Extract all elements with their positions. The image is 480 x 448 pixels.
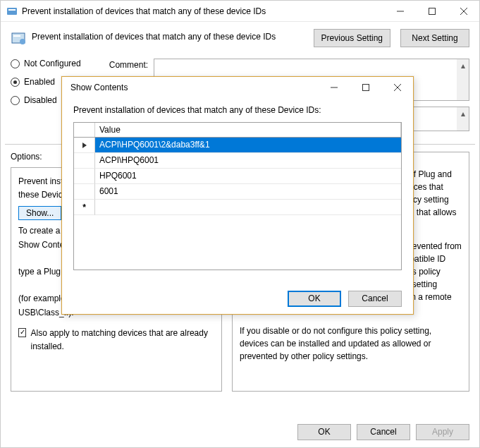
maximize-button[interactable] bbox=[416, 1, 448, 22]
value-grid[interactable]: Value ACPI\HPQ6001\2&daba3ff&1 ACPI\HPQ6… bbox=[73, 122, 402, 270]
dialog-close-button[interactable] bbox=[381, 77, 413, 98]
grid-row[interactable]: HPQ6001 bbox=[74, 169, 401, 184]
show-button[interactable]: Show... bbox=[18, 206, 61, 220]
radio-label: Disabled bbox=[24, 95, 57, 105]
policy-icon bbox=[11, 30, 26, 46]
cancel-button[interactable]: Cancel bbox=[357, 424, 410, 440]
dialog-prompt: Prevent installation of devices that mat… bbox=[73, 105, 402, 115]
grid-new-row[interactable]: * bbox=[74, 200, 401, 215]
show-contents-dialog: Show Contents Prevent installation of de… bbox=[61, 76, 414, 315]
radio-not-configured[interactable]: Not Configured bbox=[11, 59, 81, 68]
ok-button[interactable]: OK bbox=[297, 424, 351, 440]
row-header bbox=[74, 184, 95, 200]
main-titlebar: Prevent installation of devices that mat… bbox=[1, 1, 479, 22]
grid-row[interactable]: ACPI\HPQ6001\2&daba3ff&1 bbox=[74, 138, 401, 153]
radio-icon bbox=[11, 78, 20, 87]
next-setting-button[interactable]: Next Setting bbox=[400, 29, 469, 47]
grid-header-row: Value bbox=[74, 123, 401, 138]
close-button[interactable] bbox=[448, 1, 479, 22]
dialog-minimize-button[interactable] bbox=[318, 77, 350, 98]
dialog-ok-button[interactable]: OK bbox=[288, 291, 341, 307]
dialog-titlebar: Show Contents bbox=[62, 77, 413, 98]
previous-setting-button[interactable]: Previous Setting bbox=[314, 29, 390, 47]
radio-icon bbox=[11, 96, 20, 105]
value-column-header[interactable]: Value bbox=[95, 123, 401, 137]
dialog-body: Prevent installation of devices that mat… bbox=[62, 98, 413, 274]
minimize-button[interactable] bbox=[384, 1, 416, 22]
apply-button: Apply bbox=[416, 424, 469, 440]
scroll-up-icon[interactable]: ▴ bbox=[457, 59, 469, 71]
value-cell[interactable]: 6001 bbox=[95, 184, 401, 200]
svg-rect-10 bbox=[362, 85, 369, 91]
dialog-maximize-button[interactable] bbox=[350, 77, 381, 98]
radio-label: Enabled bbox=[24, 77, 55, 87]
svg-rect-1 bbox=[8, 9, 16, 11]
svg-point-8 bbox=[20, 39, 25, 44]
radio-label: Not Configured bbox=[24, 59, 81, 68]
svg-rect-3 bbox=[429, 8, 435, 14]
help-text: If you disable or do not configure this … bbox=[240, 325, 462, 363]
svg-rect-0 bbox=[7, 8, 17, 15]
row-indicator-current-icon bbox=[74, 138, 95, 153]
dialog-cancel-button[interactable]: Cancel bbox=[348, 291, 402, 307]
svg-marker-13 bbox=[82, 143, 87, 148]
row-header bbox=[74, 169, 95, 184]
grid-corner bbox=[74, 123, 95, 137]
grid-row[interactable]: ACPI\HPQ6001 bbox=[74, 153, 401, 169]
app-icon bbox=[6, 6, 18, 17]
main-footer: OK Cancel Apply bbox=[297, 424, 469, 440]
dialog-footer: OK Cancel bbox=[288, 291, 402, 307]
scrollbar[interactable]: ▴ bbox=[457, 59, 469, 100]
value-cell[interactable]: ACPI\HPQ6001\2&daba3ff&1 bbox=[95, 138, 401, 153]
value-cell-empty[interactable] bbox=[95, 200, 401, 215]
checkbox-icon bbox=[18, 328, 26, 337]
grid-row[interactable]: 6001 bbox=[74, 184, 401, 200]
new-row-indicator-icon: * bbox=[74, 200, 95, 215]
value-cell[interactable]: ACPI\HPQ6001 bbox=[95, 153, 401, 169]
also-apply-checkbox-row[interactable]: Also apply to matching devices that are … bbox=[18, 327, 214, 353]
dialog-title: Show Contents bbox=[68, 83, 318, 92]
svg-rect-7 bbox=[13, 35, 20, 37]
value-cell[interactable]: HPQ6001 bbox=[95, 169, 401, 184]
row-header bbox=[74, 153, 95, 169]
policy-editor-window: Prevent installation of devices that mat… bbox=[0, 0, 480, 448]
checkbox-label: Also apply to matching devices that are … bbox=[30, 327, 214, 353]
scrollbar[interactable]: ▴ bbox=[457, 107, 469, 131]
policy-heading: Prevent installation of devices that mat… bbox=[32, 29, 304, 42]
header-row: Prevent installation of devices that mat… bbox=[1, 22, 479, 47]
scroll-up-icon[interactable]: ▴ bbox=[457, 107, 469, 119]
radio-icon bbox=[11, 59, 20, 68]
window-title: Prevent installation of devices that mat… bbox=[22, 6, 384, 16]
